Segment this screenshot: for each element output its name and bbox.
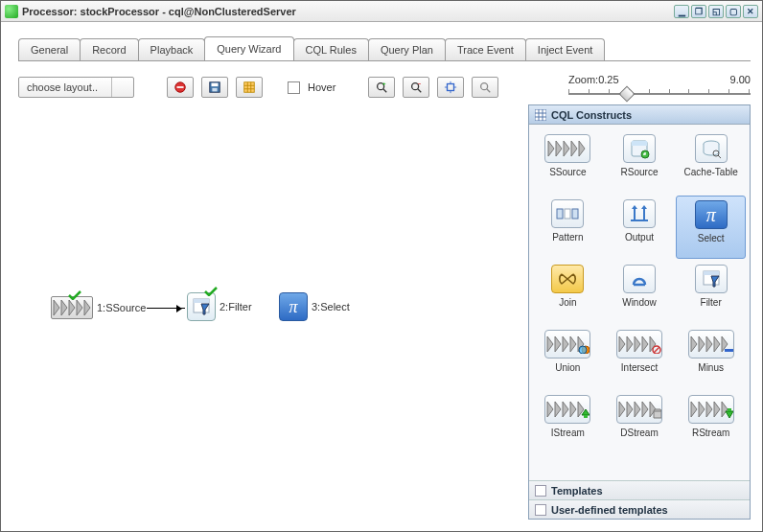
palette-ssource[interactable]: SSource (533, 130, 603, 194)
palette-grid: SSource RSource Cache-Table Pattern Outp… (529, 125, 750, 456)
check-icon (68, 290, 81, 300)
palette-header[interactable]: CQL Constructs (529, 105, 750, 125)
svg-point-66 (579, 346, 587, 354)
palette-join[interactable]: Join (533, 261, 603, 324)
layout-combo-label: choose layout.. (19, 81, 111, 93)
svg-marker-37 (548, 141, 554, 156)
svg-point-22 (481, 83, 488, 90)
svg-marker-40 (571, 141, 577, 156)
tab-cql-rules[interactable]: CQL Rules (293, 38, 369, 60)
palette-minus[interactable]: Minus (676, 326, 746, 389)
save-button[interactable] (201, 77, 228, 98)
svg-rect-86 (584, 415, 588, 418)
zoom-out-button[interactable]: – (403, 77, 429, 98)
node-label: 2:Filter (220, 301, 252, 312)
window-titlebar: Processor: stockProcessor - cql@NonClust… (1, 1, 762, 22)
svg-rect-30 (194, 299, 209, 303)
svg-rect-50 (572, 209, 578, 219)
palette-user-templates[interactable]: User-defined templates (529, 499, 750, 519)
svg-rect-6 (244, 82, 255, 93)
zoom-label: Zoom: (568, 74, 598, 85)
palette-istream[interactable]: IStream (533, 391, 603, 454)
zoom-slider[interactable] (568, 87, 751, 101)
svg-marker-24 (54, 300, 59, 315)
tab-query-wizard[interactable]: Query Wizard (204, 36, 293, 60)
svg-marker-61 (555, 336, 561, 352)
palette-union[interactable]: Union (533, 326, 603, 389)
svg-marker-94 (706, 402, 712, 417)
node-select[interactable]: π 3:Select (279, 292, 350, 321)
tab-record[interactable]: Record (80, 38, 138, 60)
layout-combo[interactable]: choose layout.. (18, 77, 134, 98)
svg-marker-69 (635, 336, 640, 352)
tab-general[interactable]: General (18, 38, 81, 60)
chevron-down-icon (111, 78, 133, 97)
edge-1-2 (147, 308, 185, 309)
delete-button[interactable] (167, 77, 194, 98)
svg-marker-68 (627, 336, 633, 352)
svg-rect-49 (565, 209, 570, 219)
svg-line-12 (383, 89, 387, 93)
palette-dstream[interactable]: DStream (605, 391, 675, 454)
restore-down-button[interactable]: ❐ (691, 5, 706, 18)
svg-line-15 (418, 89, 422, 93)
svg-line-23 (487, 89, 491, 93)
svg-rect-17 (448, 84, 454, 91)
diagram-canvas[interactable]: 1:SSource 2:Filter π 3:Select (12, 104, 522, 520)
close-button[interactable]: ✕ (743, 5, 758, 18)
svg-marker-77 (714, 336, 720, 352)
svg-marker-67 (619, 336, 625, 352)
palette-rsource[interactable]: RSource (605, 130, 675, 194)
zoom-fit-button[interactable] (437, 77, 464, 98)
svg-marker-38 (556, 141, 562, 156)
zoom-select-button[interactable] (472, 77, 498, 98)
tab-inject-event[interactable]: Inject Event (525, 38, 605, 60)
hover-label: Hover (308, 81, 335, 93)
palette-pattern[interactable]: Pattern (533, 196, 603, 259)
tab-playback[interactable]: Playback (138, 38, 206, 60)
palette-panel: CQL Constructs SSource RSource Cache-Tab… (528, 104, 751, 520)
svg-marker-74 (691, 336, 697, 352)
maximize-button[interactable]: ▢ (726, 5, 741, 18)
svg-marker-82 (563, 402, 568, 417)
grid-button[interactable] (236, 77, 263, 98)
svg-marker-39 (564, 141, 569, 156)
palette-cache-table[interactable]: Cache-Table (676, 130, 746, 194)
zoom-in-button[interactable]: + (368, 77, 395, 98)
palette-templates[interactable]: Templates (529, 480, 750, 499)
svg-marker-26 (69, 300, 75, 315)
palette-intersect[interactable]: Intersect (605, 326, 675, 389)
svg-marker-87 (619, 402, 625, 417)
zoom-slider-area: Zoom: 0.25 9.00 (568, 74, 751, 101)
palette-select[interactable]: πSelect (676, 196, 746, 259)
restore-button[interactable]: ◱ (708, 5, 724, 18)
svg-rect-98 (728, 408, 731, 411)
svg-marker-75 (699, 336, 705, 352)
palette-filter[interactable]: Filter (676, 261, 746, 324)
zoom-min: 0.25 (598, 74, 618, 85)
app-icon (5, 5, 18, 18)
node-ssource[interactable]: 1:SSource (51, 296, 146, 319)
template-icon (535, 485, 546, 497)
svg-text:–: – (418, 81, 422, 86)
check-icon (204, 287, 218, 296)
svg-rect-2 (177, 86, 184, 88)
tab-query-plan[interactable]: Query Plan (368, 38, 446, 60)
tab-bar: General Record Playback Query Wizard CQL… (18, 35, 762, 60)
minimize-button[interactable]: ▁ (674, 5, 689, 18)
filter-icon (187, 292, 216, 321)
node-filter[interactable]: 2:Filter (187, 292, 252, 321)
svg-marker-88 (627, 402, 633, 417)
svg-marker-62 (563, 336, 568, 352)
svg-marker-41 (579, 141, 585, 156)
svg-marker-70 (642, 336, 648, 352)
hover-checkbox[interactable] (288, 81, 300, 94)
palette-rstream[interactable]: RStream (676, 391, 746, 454)
svg-marker-96 (722, 402, 728, 417)
palette-window[interactable]: Window (605, 261, 675, 324)
svg-marker-53 (632, 205, 637, 209)
svg-text:+: + (382, 81, 386, 86)
palette-output[interactable]: Output (605, 196, 675, 259)
node-label: 1:SSource (97, 302, 146, 313)
tab-trace-event[interactable]: Trace Event (445, 38, 526, 60)
